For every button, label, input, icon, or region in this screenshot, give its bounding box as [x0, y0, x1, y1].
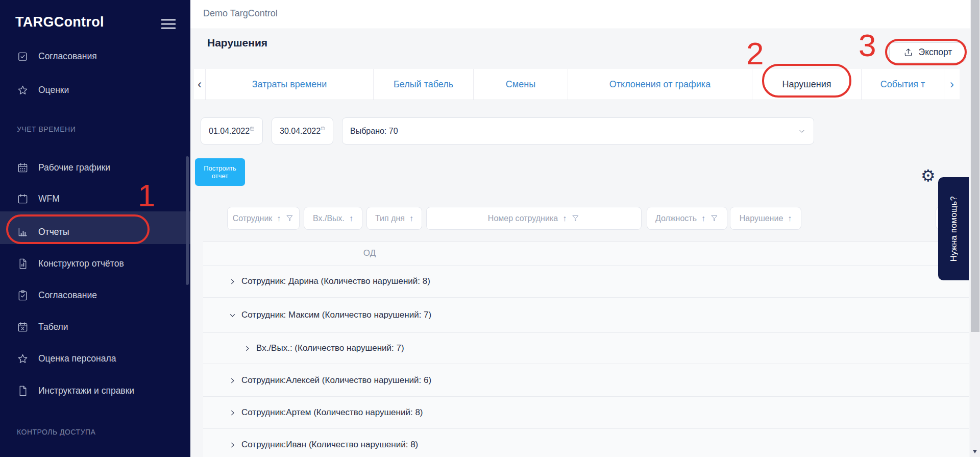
sidebar-item-label: WFM — [38, 194, 60, 204]
chevron-down-icon[interactable] — [229, 311, 236, 319]
table-row-ivan[interactable]: Сотрудник:Иван (Количество нарушений: 8) — [203, 429, 969, 457]
sort-asc-icon[interactable]: ↑ — [349, 214, 353, 223]
sort-asc-icon[interactable]: ↑ — [562, 214, 567, 223]
column-header-employee-number[interactable]: Номер сотрудника ↑ — [426, 207, 642, 230]
row-label: Сотрудник: Максим (Количество нарушений:… — [241, 310, 431, 320]
tab-time-costs[interactable]: Затраты времени — [205, 69, 373, 100]
table-row-maksim[interactable]: Сотрудник: Максим (Количество нарушений:… — [203, 298, 969, 333]
employees-select[interactable]: Выбрано: 70 — [342, 117, 814, 145]
table-row-aleksey[interactable]: Сотрудник:Алексей (Количество нарушений:… — [203, 364, 969, 397]
gear-icon[interactable]: ⚙ — [921, 167, 936, 184]
sidebar-item-approvals[interactable]: Согласования — [0, 44, 190, 68]
filter-funnel-icon[interactable] — [285, 214, 294, 223]
checkbox-check-icon — [17, 51, 29, 62]
annotation-step-3: 3 — [859, 30, 876, 61]
star-icon — [17, 84, 29, 96]
date-to-value: 30.04.2022 — [280, 127, 321, 136]
sidebar-item-report-builder[interactable]: Конструктор отчётов — [0, 251, 190, 276]
sidebar-section-access-control: КОНТРОЛЬ ДОСТУПА — [17, 428, 95, 436]
calendar-icon — [321, 126, 325, 136]
calendar-grid-icon — [17, 162, 29, 174]
sidebar-item-briefings[interactable]: Инструктажи и справки — [0, 378, 190, 403]
date-to-field[interactable]: 30.04.2022 — [272, 117, 333, 145]
calendar-icon — [250, 126, 255, 136]
tabs-scroll-left-icon[interactable]: ‹ — [194, 69, 205, 100]
calendar-x-icon — [17, 321, 29, 333]
sidebar-item-label: Инструктажи и справки — [38, 386, 134, 396]
calendar-icon — [17, 193, 29, 205]
vertical-scrollbar-thumb[interactable] — [971, 0, 979, 332]
hamburger-menu-icon[interactable] — [161, 18, 176, 30]
date-from-field[interactable]: 01.04.2022 — [201, 117, 263, 145]
workspace-name: Demo TargControl — [203, 8, 278, 19]
tab-shifts[interactable]: Смены — [473, 69, 568, 100]
export-button-label: Экспорт — [919, 47, 952, 58]
tab-events[interactable]: События т — [861, 69, 944, 100]
sidebar-item-reports[interactable]: Отчеты — [0, 220, 190, 244]
report-tabs: ‹ Затраты времени Белый табель Смены Отк… — [194, 69, 960, 100]
sidebar-item-work-schedules[interactable]: Рабочие графики — [0, 155, 190, 180]
date-from-value: 01.04.2022 — [209, 127, 250, 136]
topbar: Demo TargControl — [190, 0, 980, 29]
table-row-in-out-group[interactable]: Вх./Вых.: (Количество нарушений: 7) — [203, 333, 969, 364]
group-column-header: ОД — [203, 241, 969, 266]
sort-asc-icon[interactable]: ↑ — [277, 214, 281, 223]
row-label: Сотрудник:Иван (Количество нарушений: 8) — [241, 440, 418, 450]
sidebar-item-label: Табели — [38, 322, 68, 332]
chevron-right-icon[interactable] — [229, 441, 236, 449]
sidebar-item-approval[interactable]: Согласование — [0, 283, 190, 307]
chevron-right-icon[interactable] — [229, 278, 236, 285]
build-report-button[interactable]: Построить отчет — [195, 158, 245, 186]
tab-schedule-deviations[interactable]: Отклонения от графика — [568, 69, 752, 100]
star-icon — [17, 353, 29, 365]
column-label: Должность — [655, 214, 697, 223]
chevron-down-icon — [798, 127, 806, 135]
document-icon — [17, 385, 29, 397]
sort-asc-icon[interactable]: ↑ — [788, 214, 792, 223]
need-help-tab[interactable]: Нужна помощь? — [938, 177, 969, 280]
upload-icon — [903, 47, 914, 58]
tab-white-timesheet[interactable]: Белый табель — [373, 69, 473, 100]
sidebar-item-staff-evaluation[interactable]: Оценка персонала — [0, 346, 190, 371]
sidebar-item-label: Согласование — [38, 290, 97, 301]
app-logo: TARGControl — [15, 14, 104, 30]
column-header-day-type[interactable]: Тип дня ↑ — [366, 207, 422, 230]
column-header-position[interactable]: Должность ↑ — [647, 207, 727, 230]
vertical-scrollbar[interactable] — [970, 0, 980, 457]
sidebar-item-wfm[interactable]: WFM — [0, 186, 190, 211]
tab-violations[interactable]: Нарушения — [752, 69, 861, 100]
scrollbar-down-arrow-icon[interactable] — [973, 450, 977, 453]
column-label: Сотрудник — [233, 214, 273, 223]
tabs-scroll-right-icon[interactable]: › — [944, 69, 960, 100]
export-button[interactable]: Экспорт — [889, 42, 966, 62]
need-help-label: Нужна помощь? — [949, 196, 959, 261]
table-row-darina[interactable]: Сотрудник: Дарина (Количество нарушений:… — [203, 266, 969, 298]
sidebar-item-ratings[interactable]: Оценки — [0, 78, 190, 102]
table-row-artem[interactable]: Сотрудник:Артем (Количество нарушений: 8… — [203, 397, 969, 429]
sidebar-item-label: Оценки — [38, 85, 69, 95]
sidebar-item-label: Отчеты — [38, 227, 69, 237]
column-label: Вх./Вых. — [313, 214, 345, 223]
chevron-right-icon[interactable] — [243, 345, 251, 352]
sidebar: TARGControl Согласования Оценки УЧЕТ ВРЕ… — [0, 0, 190, 457]
page-title: Нарушения — [207, 37, 267, 49]
sidebar-item-label: Конструктор отчётов — [38, 258, 124, 269]
sidebar-item-timesheets[interactable]: Табели — [0, 315, 190, 339]
group-header-label: ОД — [203, 248, 536, 258]
sidebar-item-label: Согласования — [38, 51, 97, 62]
employees-select-value: Выбрано: 70 — [350, 127, 398, 136]
app-window: TARGControl Согласования Оценки УЧЕТ ВРЕ… — [0, 0, 980, 457]
sort-asc-icon[interactable]: ↑ — [409, 214, 413, 223]
chevron-right-icon[interactable] — [229, 409, 236, 417]
column-label: Нарушение — [740, 214, 783, 223]
column-header-employee[interactable]: Сотрудник ↑ — [227, 207, 300, 230]
column-header-in-out[interactable]: Вх./Вых. ↑ — [304, 207, 362, 230]
row-label: Сотрудник:Алексей (Количество нарушений:… — [241, 375, 431, 386]
column-header-violation[interactable]: Нарушение ↑ — [730, 207, 801, 230]
row-label: Вх./Вых.: (Количество нарушений: 7) — [256, 343, 404, 353]
chevron-right-icon[interactable] — [229, 377, 236, 384]
sidebar-scrollbar-thumb[interactable] — [186, 156, 189, 285]
sort-asc-icon[interactable]: ↑ — [701, 214, 705, 223]
filter-funnel-icon[interactable] — [571, 214, 580, 223]
filter-funnel-icon[interactable] — [710, 214, 719, 223]
